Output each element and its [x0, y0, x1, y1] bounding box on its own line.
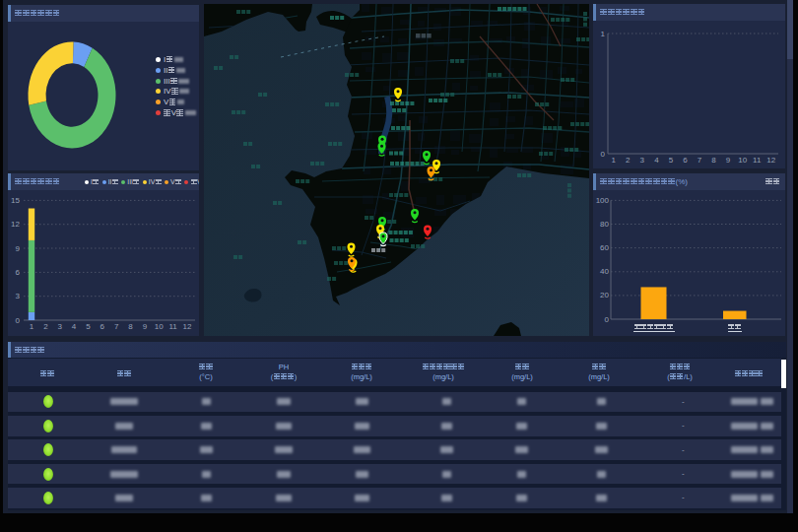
svg-text:1: 1 — [601, 30, 606, 38]
svg-text:1: 1 — [611, 156, 616, 165]
svg-text:40: 40 — [600, 267, 609, 276]
svg-text:9: 9 — [16, 244, 21, 253]
svg-text:5: 5 — [669, 156, 674, 165]
svg-text:4: 4 — [72, 322, 77, 331]
svg-text:1: 1 — [30, 322, 34, 331]
svg-text:2: 2 — [43, 322, 48, 331]
svg-text:6: 6 — [16, 268, 21, 277]
svg-text:6: 6 — [100, 322, 105, 331]
svg-text:11: 11 — [168, 322, 177, 331]
svg-text:8: 8 — [711, 156, 716, 165]
svg-text:3: 3 — [16, 292, 21, 300]
svg-text:100: 100 — [596, 196, 610, 205]
svg-text:0: 0 — [16, 316, 21, 325]
svg-text:0: 0 — [605, 315, 610, 324]
svg-text:3: 3 — [640, 156, 645, 165]
svg-text:12: 12 — [183, 322, 192, 331]
svg-text:12: 12 — [766, 156, 775, 165]
svg-text:10: 10 — [738, 156, 747, 165]
svg-text:7: 7 — [698, 156, 702, 165]
svg-text:9: 9 — [726, 156, 731, 165]
svg-text:20: 20 — [600, 291, 609, 299]
svg-text:5: 5 — [86, 322, 91, 331]
svg-text:11: 11 — [753, 156, 762, 165]
svg-text:6: 6 — [683, 156, 688, 165]
svg-text:10: 10 — [155, 322, 164, 331]
svg-text:7: 7 — [114, 322, 119, 331]
svg-text:9: 9 — [143, 322, 148, 331]
svg-text:4: 4 — [654, 156, 659, 165]
svg-text:12: 12 — [11, 220, 20, 229]
svg-text:2: 2 — [626, 156, 631, 165]
svg-text:80: 80 — [600, 220, 609, 229]
svg-text:60: 60 — [600, 243, 609, 252]
svg-text:0: 0 — [601, 150, 606, 159]
svg-text:8: 8 — [128, 322, 133, 331]
svg-text:15: 15 — [11, 196, 20, 205]
svg-text:3: 3 — [57, 322, 62, 331]
